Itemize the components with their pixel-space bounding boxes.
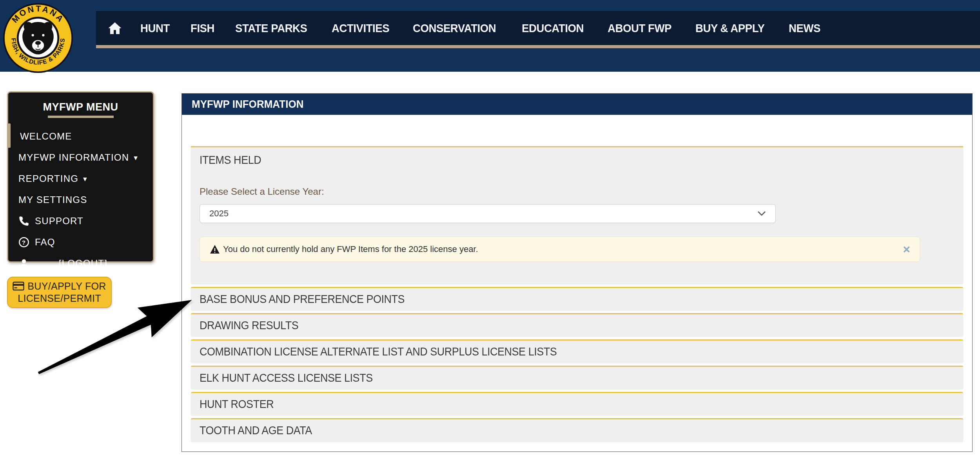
- chevron-down-icon: ▾: [134, 153, 138, 162]
- nav-item-state-parks[interactable]: STATE PARKS: [235, 22, 307, 35]
- myfwp-information-panel: MYFWP INFORMATION ITEMS HELD Please Sele…: [181, 93, 973, 452]
- site-header: HUNT FISH STATE PARKS ACTIVITIES CONSERV…: [0, 0, 980, 72]
- sidebar-item-label: [LOGOUT]: [59, 258, 107, 269]
- warning-icon: [210, 245, 220, 254]
- nav-item-buy-apply[interactable]: BUY & APPLY: [695, 22, 764, 35]
- sidebar-item-label: WELCOME: [20, 131, 72, 142]
- panel-header: MYFWP INFORMATION: [182, 94, 972, 115]
- accordion-label: ELK HUNT ACCESS LICENSE LISTS: [200, 372, 373, 384]
- accordion-elk-hunt-access[interactable]: ELK HUNT ACCESS LICENSE LISTS: [191, 366, 963, 389]
- person-icon: [18, 258, 29, 269]
- accordion-label: BASE BONUS AND PREFERENCE POINTS: [200, 293, 405, 306]
- sidebar-item-welcome[interactable]: WELCOME: [8, 126, 153, 147]
- no-items-alert: You do not currently hold any FWP Items …: [200, 237, 920, 262]
- panel-title: MYFWP INFORMATION: [192, 98, 303, 111]
- license-year-value: 2025: [209, 208, 229, 219]
- sidebar-item-label: MYFWP INFORMATION: [18, 152, 129, 163]
- buy-apply-button[interactable]: BUY/APPLY FOR LICENSE/PERMIT: [7, 277, 112, 308]
- active-indicator: [7, 123, 11, 148]
- nav-item-about-fwp[interactable]: ABOUT FWP: [608, 22, 671, 35]
- close-icon[interactable]: ×: [903, 243, 910, 256]
- phone-icon: [18, 216, 29, 227]
- alert-text: You do not currently hold any FWP Items …: [223, 244, 478, 254]
- sidebar-title: MYFWP MENU: [8, 101, 153, 113]
- sidebar-item-label: FAQ: [35, 237, 55, 248]
- sidebar-item-label: REPORTING: [18, 173, 78, 184]
- fwp-logo[interactable]: MONTANA FISH, WILDLIFE & PARKS: [2, 2, 74, 74]
- sidebar-item-reporting[interactable]: REPORTING ▾: [8, 168, 153, 189]
- buy-apply-label-line1: BUY/APPLY FOR: [27, 281, 106, 292]
- main-nav: HUNT FISH STATE PARKS ACTIVITIES CONSERV…: [96, 11, 980, 48]
- license-year-select[interactable]: 2025: [200, 204, 776, 223]
- home-button[interactable]: [108, 22, 122, 35]
- accordion-base-bonus-points[interactable]: BASE BONUS AND PREFERENCE POINTS: [191, 287, 963, 310]
- items-held-section: ITEMS HELD Please Select a License Year:…: [191, 146, 963, 284]
- chevron-down-icon: [757, 211, 766, 216]
- accordion-combination-license-lists[interactable]: COMBINATION LICENSE ALTERNATE LIST AND S…: [191, 339, 963, 363]
- sidebar-item-faq[interactable]: ? FAQ: [8, 232, 153, 253]
- license-year-label: Please Select a License Year:: [200, 186, 955, 197]
- accordion-label: TOOTH AND AGE DATA: [200, 424, 312, 437]
- accordion-label: DRAWING RESULTS: [200, 319, 298, 332]
- sidebar-item-logout[interactable]: [LOGOUT]: [8, 253, 153, 274]
- chevron-down-icon: ▾: [83, 174, 87, 183]
- accordion-hunt-roster[interactable]: HUNT ROSTER: [191, 392, 963, 415]
- svg-text:?: ?: [22, 239, 26, 246]
- accordion-label: HUNT ROSTER: [200, 398, 274, 411]
- myfwp-menu: MYFWP MENU WELCOME MYFWP INFORMATION ▾ R…: [7, 91, 154, 263]
- sidebar-item-label: SUPPORT: [35, 216, 83, 227]
- nav-item-news[interactable]: NEWS: [789, 22, 820, 35]
- sidebar-item-my-settings[interactable]: MY SETTINGS: [8, 189, 153, 210]
- sidebar-item-support[interactable]: SUPPORT: [8, 210, 153, 232]
- nav-item-hunt[interactable]: HUNT: [140, 22, 170, 35]
- buy-apply-label-line2: LICENSE/PERMIT: [18, 293, 101, 304]
- credit-card-icon: [13, 281, 24, 291]
- nav-item-education[interactable]: EDUCATION: [522, 22, 584, 35]
- nav-item-conservation[interactable]: CONSERVATION: [413, 22, 496, 35]
- sidebar-item-label: MY SETTINGS: [18, 194, 87, 205]
- home-icon: [108, 22, 122, 35]
- nav-item-activities[interactable]: ACTIVITIES: [332, 22, 389, 35]
- accordion-tooth-age-data[interactable]: TOOTH AND AGE DATA: [191, 418, 963, 442]
- nav-item-fish[interactable]: FISH: [191, 22, 214, 35]
- question-icon: ?: [18, 237, 29, 248]
- sidebar-title-underline: [48, 116, 114, 118]
- items-held-heading: ITEMS HELD: [200, 154, 261, 167]
- sidebar-item-myfwp-information[interactable]: MYFWP INFORMATION ▾: [8, 147, 153, 168]
- accordion-drawing-results[interactable]: DRAWING RESULTS: [191, 313, 963, 337]
- accordion-label: COMBINATION LICENSE ALTERNATE LIST AND S…: [200, 345, 557, 358]
